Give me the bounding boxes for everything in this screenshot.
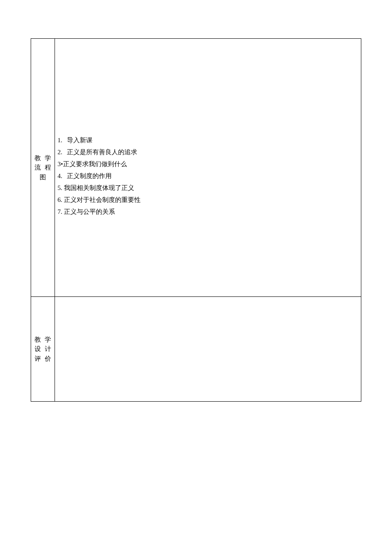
label-char: 程 [45, 163, 51, 173]
item-number: 4. [58, 171, 65, 181]
label-char: 教 [35, 153, 41, 163]
item-number: 1. [58, 135, 65, 145]
label-char: 计 [45, 344, 51, 354]
row-label-evaluation: 教 学 设 计 评 价 [31, 297, 55, 401]
label-char: 学 [45, 335, 51, 345]
list-item: 7. 正义与公平的关系 [58, 207, 359, 217]
label-char: 学 [45, 153, 51, 163]
table-row: 教 学 流 程 图 1. 导入新课 2. 正义是所有善良人的追求 [31, 39, 361, 297]
label-char: 图 [40, 174, 46, 181]
flow-list: 1. 导入新课 2. 正义是所有善良人的追求 3•正义要求我们做到什么 4. 正… [57, 42, 359, 217]
item-text: 导入新课 [67, 137, 92, 144]
label-char: 教 [35, 335, 41, 345]
list-item: 6. 正义对于社会制度的重要性 [58, 195, 359, 205]
list-item: 3•正义要求我们做到什么 [58, 159, 359, 169]
item-text: 正义是所有善良人的追求 [67, 149, 137, 155]
item-text: 我国相关制度体现了正义 [64, 184, 134, 191]
item-text: 正义与公平的关系 [64, 208, 115, 215]
item-number: 7. [58, 207, 62, 217]
list-item: 4. 正义制度的作用 [58, 171, 359, 181]
item-number: 5. [58, 183, 62, 193]
list-item: 5. 我国相关制度体现了正义 [58, 183, 359, 193]
table-row: 教 学 设 计 评 价 [31, 297, 361, 401]
label-char: 流 [35, 163, 41, 173]
label-char: 价 [45, 354, 51, 364]
item-text: 正义要求我们做到什么 [63, 161, 127, 167]
item-number: 6. [58, 195, 62, 205]
evaluation-content [55, 297, 361, 401]
list-item: 2. 正义是所有善良人的追求 [58, 147, 359, 157]
label-char: 设 [35, 344, 41, 354]
row-label-flowchart: 教 学 流 程 图 [31, 39, 55, 296]
item-number: 2. [58, 147, 65, 157]
list-item: 1. 导入新课 [58, 135, 359, 145]
flowchart-content: 1. 导入新课 2. 正义是所有善良人的追求 3•正义要求我们做到什么 4. 正… [55, 39, 361, 296]
item-text: 正义制度的作用 [67, 173, 112, 179]
item-number: 3• [58, 159, 63, 169]
label-char: 评 [35, 354, 41, 364]
lesson-plan-table: 教 学 流 程 图 1. 导入新课 2. 正义是所有善良人的追求 [31, 38, 361, 402]
item-text: 正义对于社会制度的重要性 [64, 196, 141, 203]
